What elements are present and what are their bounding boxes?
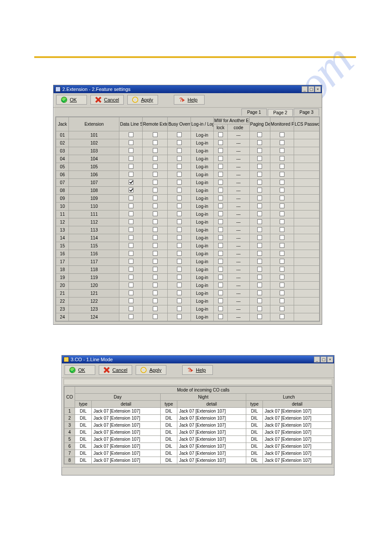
table-row[interactable]: 4DILJack 07 [Extension 107]DILJack 07 [E… [65,429,332,436]
checkbox[interactable] [280,188,284,192]
table-row[interactable]: 07107Log-in--- [56,179,320,187]
checkbox[interactable] [257,306,262,311]
checkbox[interactable] [153,140,158,145]
checkbox[interactable] [218,132,223,137]
col-day-type[interactable]: type [75,401,92,408]
checkbox[interactable] [153,211,158,216]
table-row[interactable]: 02102Log-in--- [56,139,320,147]
checkbox[interactable] [177,211,182,216]
table-row[interactable]: 6DILJack 07 [Extension 107]DILJack 07 [E… [65,443,332,450]
checkbox[interactable] [153,164,158,169]
checkbox[interactable] [177,275,182,279]
checkbox[interactable] [218,227,223,232]
col-lunch[interactable]: Lunch [246,394,332,401]
checkbox[interactable] [129,132,133,137]
table-row[interactable]: 16116Log-in--- [56,250,320,258]
titlebar[interactable]: 2.Extension - 2.Feature settings _ ▢ × [54,85,322,93]
help-button[interactable]: Help [174,95,205,105]
checkbox[interactable] [153,180,158,185]
checkbox[interactable] [153,306,158,311]
tab-page-2[interactable]: Page 2 [268,109,293,116]
checkbox[interactable] [280,251,284,256]
table-row[interactable]: 12112Log-in--- [56,218,320,226]
checkbox[interactable] [129,196,133,200]
checkbox[interactable] [218,188,223,192]
col-remote-ext-lock[interactable]: Remote Extension Lock [142,117,168,131]
table-row[interactable]: 18118Log-in--- [56,266,320,274]
checkbox[interactable] [280,243,284,248]
cancel-button[interactable]: Cancel [99,365,132,375]
checkbox[interactable] [257,156,262,161]
checkbox[interactable] [218,314,223,319]
checkbox[interactable] [218,219,223,224]
col-extension[interactable]: Extension [69,117,119,131]
minimize-button[interactable]: _ [302,86,308,92]
checkbox[interactable] [129,283,133,287]
checkbox[interactable] [177,290,182,295]
table-row[interactable]: 23123Log-in--- [56,305,320,313]
checkbox[interactable] [218,180,223,185]
table-row[interactable]: 10110Log-in--- [56,203,320,210]
checkbox[interactable] [218,243,223,248]
apply-button[interactable]: Apply [127,95,158,105]
checkbox[interactable] [218,306,223,311]
checkbox[interactable] [257,203,262,208]
checkbox[interactable] [177,156,182,161]
maximize-button[interactable]: ▢ [308,86,314,92]
checkbox[interactable] [257,180,262,185]
co-grid[interactable]: CO Mode of incoming CO calls Day Night L… [64,386,332,464]
checkbox[interactable] [218,298,223,303]
checkbox[interactable] [280,140,284,145]
checkbox[interactable] [218,290,223,295]
checkbox[interactable] [129,211,133,216]
checkbox[interactable] [177,259,182,264]
table-row[interactable]: 21121Log-in--- [56,290,320,297]
checkbox[interactable] [257,235,262,240]
checkbox[interactable] [129,156,133,161]
checkbox[interactable] [129,314,133,319]
checkbox[interactable] [177,243,182,248]
checkbox[interactable] [280,235,284,240]
col-night[interactable]: Night [161,394,246,401]
checkbox[interactable] [218,283,223,287]
checkbox[interactable] [129,290,133,295]
checkbox[interactable] [177,227,182,232]
col-busy-override-deny[interactable]: Busy Override Deny [168,117,191,131]
table-row[interactable]: 09109Log-in--- [56,195,320,203]
checkbox[interactable] [177,235,182,240]
checkbox[interactable] [218,267,223,272]
col-day-detail[interactable]: detail [92,401,161,408]
checkbox[interactable] [129,148,133,153]
checkbox[interactable] [257,219,262,224]
col-mw-lock[interactable]: lock [214,124,227,131]
checkbox[interactable] [280,259,284,264]
checkbox[interactable] [129,227,133,232]
checkbox[interactable] [177,164,182,169]
table-row[interactable]: 06106Log-in--- [56,171,320,179]
checkbox[interactable] [153,283,158,287]
table-row[interactable]: 8DILJack 07 [Extension 107]DILJack 07 [E… [65,457,332,464]
checkbox[interactable] [280,298,284,303]
checkbox[interactable] [177,283,182,287]
checkbox[interactable] [257,164,262,169]
table-row[interactable]: 11111Log-in--- [56,210,320,218]
maximize-button[interactable]: ▢ [320,356,327,363]
checkbox[interactable] [153,227,158,232]
checkbox[interactable] [177,203,182,208]
tab-page-1[interactable]: Page 1 [241,109,267,116]
col-lcs-password[interactable]: LCS Password [294,117,320,131]
cancel-button[interactable]: Cancel [90,95,124,105]
ok-button[interactable]: OK [56,95,87,105]
checkbox[interactable] [177,140,182,145]
checkbox[interactable] [177,251,182,256]
table-row[interactable]: 13113Log-in--- [56,226,320,234]
table-row[interactable]: 5DILJack 07 [Extension 107]DILJack 07 [E… [65,436,332,443]
checkbox[interactable] [177,196,182,200]
checkbox[interactable] [153,259,158,264]
checkbox[interactable] [257,314,262,319]
table-row[interactable]: 2DILJack 07 [Extension 107]DILJack 07 [E… [65,415,332,422]
checkbox[interactable] [177,172,182,177]
checkbox[interactable] [177,267,182,272]
checkbox[interactable] [218,275,223,279]
table-row[interactable]: 17117Log-in--- [56,258,320,266]
